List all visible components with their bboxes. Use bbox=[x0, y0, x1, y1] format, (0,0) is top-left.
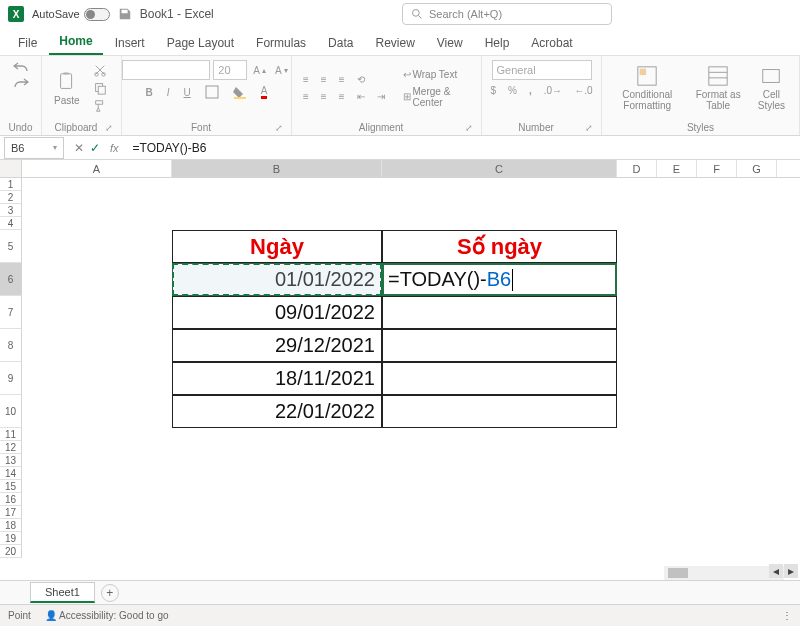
cell-c10[interactable] bbox=[382, 395, 617, 428]
tab-acrobat[interactable]: Acrobat bbox=[521, 30, 582, 55]
align-center-icon[interactable]: ≡ bbox=[318, 90, 330, 103]
tab-insert[interactable]: Insert bbox=[105, 30, 155, 55]
accounting-format-icon[interactable]: $ bbox=[488, 84, 500, 97]
row-header-20[interactable]: 20 bbox=[0, 545, 22, 558]
tab-file[interactable]: File bbox=[8, 30, 47, 55]
name-box[interactable]: B6 ▾ bbox=[4, 137, 64, 159]
cell-pane[interactable]: NgàySố ngày01/01/202209/01/202229/12/202… bbox=[22, 178, 800, 580]
cell-c8[interactable] bbox=[382, 329, 617, 362]
row-header-18[interactable]: 18 bbox=[0, 519, 22, 532]
row-header-11[interactable]: 11 bbox=[0, 428, 22, 441]
increase-indent-icon[interactable]: ⇥ bbox=[374, 90, 388, 103]
font-color-icon[interactable]: A bbox=[258, 84, 271, 100]
tab-view[interactable]: View bbox=[427, 30, 473, 55]
column-header-e[interactable]: E bbox=[657, 160, 697, 177]
toggle-off-icon[interactable] bbox=[84, 8, 110, 21]
scrollbar-thumb[interactable] bbox=[668, 568, 688, 578]
align-bottom-icon[interactable]: ≡ bbox=[336, 73, 348, 86]
row-header-1[interactable]: 1 bbox=[0, 178, 22, 191]
tab-data[interactable]: Data bbox=[318, 30, 363, 55]
wrap-text-button[interactable]: ↩Wrap Text bbox=[400, 68, 473, 81]
align-middle-icon[interactable]: ≡ bbox=[318, 73, 330, 86]
row-header-4[interactable]: 4 bbox=[0, 217, 22, 230]
increase-font-icon[interactable]: A▴ bbox=[250, 64, 269, 77]
decrease-decimal-icon[interactable]: ←.0 bbox=[571, 84, 595, 97]
row-header-3[interactable]: 3 bbox=[0, 204, 22, 217]
number-format-select[interactable]: General bbox=[492, 60, 592, 80]
paste-button[interactable]: Paste bbox=[50, 71, 84, 106]
enter-formula-icon[interactable]: ✓ bbox=[90, 141, 100, 155]
select-all-corner[interactable] bbox=[0, 160, 22, 177]
cancel-formula-icon[interactable]: ✕ bbox=[74, 141, 84, 155]
row-header-9[interactable]: 9 bbox=[0, 362, 22, 395]
undo-icon[interactable] bbox=[10, 60, 32, 74]
merge-center-button[interactable]: ⊞Merge & Center bbox=[400, 85, 473, 109]
row-header-12[interactable]: 12 bbox=[0, 441, 22, 454]
chevron-down-icon[interactable]: ▾ bbox=[53, 143, 57, 152]
row-header-5[interactable]: 5 bbox=[0, 230, 22, 263]
decrease-indent-icon[interactable]: ⇤ bbox=[354, 90, 368, 103]
row-header-14[interactable]: 14 bbox=[0, 467, 22, 480]
number-launcher-icon[interactable]: ⤢ bbox=[585, 123, 593, 133]
sheet-tab-1[interactable]: Sheet1 bbox=[30, 582, 95, 603]
cut-icon[interactable] bbox=[90, 62, 110, 78]
cell-c6-editing[interactable]: =TODAY()-B6 bbox=[384, 265, 615, 294]
row-header-16[interactable]: 16 bbox=[0, 493, 22, 506]
spreadsheet-grid[interactable]: ABCDEFG 1234567891011121314151617181920 … bbox=[0, 160, 800, 580]
row-header-8[interactable]: 8 bbox=[0, 329, 22, 362]
row-header-17[interactable]: 17 bbox=[0, 506, 22, 519]
font-size-select[interactable]: 20 bbox=[213, 60, 247, 80]
tab-page-layout[interactable]: Page Layout bbox=[157, 30, 244, 55]
column-header-c[interactable]: C bbox=[382, 160, 617, 177]
alignment-launcher-icon[interactable]: ⤢ bbox=[465, 123, 473, 133]
scroll-left-icon[interactable]: ◂ bbox=[769, 564, 783, 578]
row-header-10[interactable]: 10 bbox=[0, 395, 22, 428]
font-name-select[interactable] bbox=[122, 60, 210, 80]
autosave-toggle[interactable]: AutoSave bbox=[32, 8, 110, 21]
column-header-d[interactable]: D bbox=[617, 160, 657, 177]
conditional-formatting-button[interactable]: Conditional Formatting bbox=[610, 65, 685, 111]
align-right-icon[interactable]: ≡ bbox=[336, 90, 348, 103]
horizontal-scrollbar[interactable] bbox=[664, 566, 784, 580]
fx-icon[interactable]: fx bbox=[106, 142, 123, 154]
cell-styles-button[interactable]: Cell Styles bbox=[752, 65, 791, 111]
column-header-f[interactable]: F bbox=[697, 160, 737, 177]
add-sheet-button[interactable]: + bbox=[101, 584, 119, 602]
comma-format-icon[interactable]: , bbox=[526, 84, 535, 97]
orientation-icon[interactable]: ⟲ bbox=[354, 73, 368, 86]
save-icon[interactable] bbox=[118, 7, 132, 21]
row-header-19[interactable]: 19 bbox=[0, 532, 22, 545]
copy-icon[interactable] bbox=[90, 80, 110, 96]
tab-formulas[interactable]: Formulas bbox=[246, 30, 316, 55]
redo-icon[interactable] bbox=[10, 76, 32, 90]
cell-b8[interactable]: 29/12/2021 bbox=[172, 329, 382, 362]
cell-b6[interactable]: 01/01/2022 bbox=[172, 263, 382, 296]
column-header-a[interactable]: A bbox=[22, 160, 172, 177]
cell-c5[interactable]: Số ngày bbox=[382, 230, 617, 263]
cell-c7[interactable] bbox=[382, 296, 617, 329]
row-header-2[interactable]: 2 bbox=[0, 191, 22, 204]
clipboard-launcher-icon[interactable]: ⤢ bbox=[105, 123, 113, 133]
bold-icon[interactable]: B bbox=[143, 86, 156, 99]
cell-b9[interactable]: 18/11/2021 bbox=[172, 362, 382, 395]
row-header-13[interactable]: 13 bbox=[0, 454, 22, 467]
row-header-6[interactable]: 6 bbox=[0, 263, 22, 296]
row-header-15[interactable]: 15 bbox=[0, 480, 22, 493]
cell-b7[interactable]: 09/01/2022 bbox=[172, 296, 382, 329]
align-left-icon[interactable]: ≡ bbox=[300, 90, 312, 103]
fill-color-icon[interactable] bbox=[230, 84, 250, 100]
borders-icon[interactable] bbox=[202, 84, 222, 100]
row-header-7[interactable]: 7 bbox=[0, 296, 22, 329]
column-header-b[interactable]: B bbox=[172, 160, 382, 177]
cell-b5[interactable]: Ngày bbox=[172, 230, 382, 263]
font-launcher-icon[interactable]: ⤢ bbox=[275, 123, 283, 133]
increase-decimal-icon[interactable]: .0→ bbox=[541, 84, 565, 97]
percent-format-icon[interactable]: % bbox=[505, 84, 520, 97]
italic-icon[interactable]: I bbox=[164, 86, 173, 99]
underline-icon[interactable]: U bbox=[181, 86, 194, 99]
formula-bar-input[interactable] bbox=[129, 137, 800, 159]
search-input[interactable]: Search (Alt+Q) bbox=[402, 3, 612, 25]
cell-b10[interactable]: 22/01/2022 bbox=[172, 395, 382, 428]
scroll-right-icon[interactable]: ▸ bbox=[784, 564, 798, 578]
format-as-table-button[interactable]: Format as Table bbox=[691, 65, 746, 111]
